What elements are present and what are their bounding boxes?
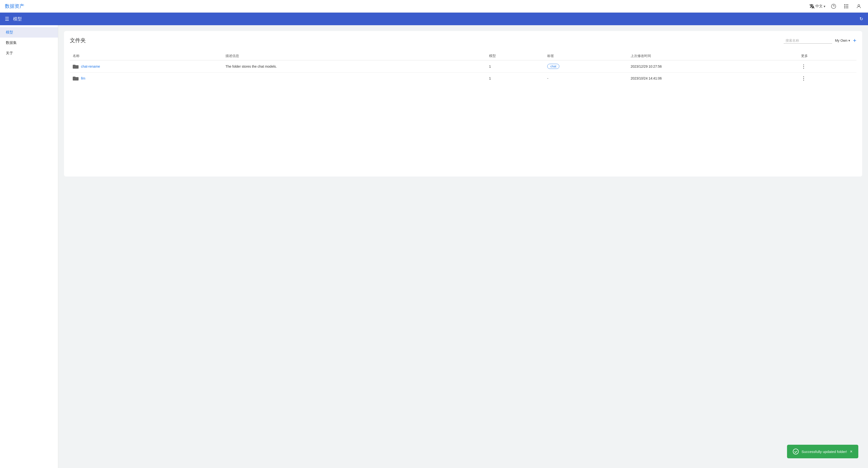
add-folder-button[interactable]: +: [853, 38, 856, 43]
folder-header: 文件夹 My Own ▾ +: [70, 37, 856, 44]
row-more-cell: ⋮: [798, 72, 856, 84]
row-more-cell: ⋮: [798, 60, 856, 72]
svg-rect-8: [846, 7, 847, 8]
svg-point-10: [858, 4, 860, 6]
svg-rect-9: [847, 7, 848, 8]
row-description: [223, 72, 486, 84]
refresh-icon[interactable]: ↻: [860, 16, 863, 22]
col-tags: 标签: [544, 52, 628, 60]
grid-button[interactable]: [842, 2, 850, 11]
folder-title: 文件夹: [70, 37, 86, 44]
table-row: chat-rename The folder stores the chat m…: [70, 60, 856, 72]
sidebar-item-about-label: 关于: [6, 51, 13, 56]
search-input[interactable]: [784, 38, 832, 44]
row-tag-cell: -: [544, 72, 628, 84]
secondary-bar: ☰ 模型 ↻: [0, 12, 868, 25]
lang-chevron-icon: ▾: [824, 4, 825, 8]
col-more: 更多: [798, 52, 856, 60]
sidebar-item-dataset[interactable]: 数据集: [0, 38, 58, 48]
sidebar-item-model-label: 模型: [6, 30, 13, 35]
toast-notification: Successfully updated folder! ×: [787, 445, 858, 458]
sidebar-item-about[interactable]: 关于: [0, 48, 58, 58]
row-name[interactable]: chat-rename: [81, 64, 100, 68]
help-button[interactable]: [829, 2, 838, 11]
folder-name-wrapper: chat-rename: [73, 64, 220, 69]
row-model-count: 1: [486, 60, 544, 72]
folder-table: 名称 描述信息 模型 标签 上次修改时间 更多: [70, 52, 856, 84]
tag-badge[interactable]: chat: [547, 64, 560, 69]
svg-point-0: [831, 4, 836, 8]
svg-rect-7: [844, 7, 845, 8]
folder-name-wrapper: llm: [73, 76, 220, 81]
secondary-bar-title: 模型: [13, 16, 22, 22]
checkmark-icon: [794, 450, 798, 453]
folder-icon: [73, 76, 79, 81]
filter-label: My Own: [835, 38, 847, 42]
main-content: 文件夹 My Own ▾ + 名称 描述信息 模型: [58, 25, 868, 468]
lang-switcher[interactable]: 中文 ▾: [810, 4, 825, 9]
row-model-count: 1: [486, 72, 544, 84]
sidebar-item-dataset-label: 数据集: [6, 40, 17, 45]
svg-rect-2: [846, 4, 847, 5]
top-nav: 数据资产 中文 ▾: [0, 0, 868, 12]
row-last-modified: 2023/12/29 10:27:56: [628, 60, 798, 72]
col-description: 描述信息: [223, 52, 486, 60]
top-nav-right: 中文 ▾: [810, 2, 863, 11]
user-icon: [856, 4, 862, 9]
svg-rect-5: [846, 6, 847, 7]
svg-rect-6: [847, 6, 848, 7]
user-button[interactable]: [855, 2, 863, 11]
toast-close-button[interactable]: ×: [850, 449, 852, 454]
lang-label: 中文: [815, 4, 823, 8]
folder-header-right: My Own ▾ +: [784, 38, 856, 44]
svg-rect-1: [844, 4, 845, 5]
toast-message: Successfully updated folder!: [802, 449, 847, 454]
sidebar: 模型 数据集 关于: [0, 25, 58, 468]
filter-dropdown[interactable]: My Own ▾: [835, 38, 850, 42]
svg-rect-4: [844, 6, 845, 7]
row-name[interactable]: llm: [81, 76, 85, 80]
sidebar-item-model[interactable]: 模型: [0, 27, 58, 38]
row-description: The folder stores the chat models.: [223, 60, 486, 72]
toast-check-icon: [793, 448, 799, 455]
help-icon: [831, 4, 836, 9]
app-title: 数据资产: [5, 3, 24, 9]
translate-icon: [810, 4, 814, 9]
col-name: 名称: [70, 52, 223, 60]
row-name-cell: llm: [70, 72, 223, 84]
table-head: 名称 描述信息 模型 标签 上次修改时间 更多: [70, 52, 856, 60]
layout: 模型 数据集 关于 文件夹 My Own ▾ +: [0, 25, 868, 468]
secondary-bar-left: ☰ 模型: [5, 16, 22, 22]
table-body: chat-rename The folder stores the chat m…: [70, 60, 856, 84]
col-last-modified: 上次修改时间: [628, 52, 798, 60]
row-last-modified: 2023/10/24 14:41:06: [628, 72, 798, 84]
more-button[interactable]: ⋮: [801, 76, 806, 81]
svg-rect-3: [847, 4, 848, 5]
folder-icon: [73, 64, 79, 69]
hamburger-icon[interactable]: ☰: [5, 16, 9, 22]
row-name-cell: chat-rename: [70, 60, 223, 72]
row-tag-cell: chat: [544, 60, 628, 72]
grid-icon: [843, 4, 849, 9]
filter-chevron-icon: ▾: [848, 38, 850, 42]
more-button[interactable]: ⋮: [801, 64, 806, 69]
col-model: 模型: [486, 52, 544, 60]
content-card: 文件夹 My Own ▾ + 名称 描述信息 模型: [64, 31, 862, 177]
table-row: llm 1 - 2023/10/24 14:41:06 ⋮: [70, 72, 856, 84]
